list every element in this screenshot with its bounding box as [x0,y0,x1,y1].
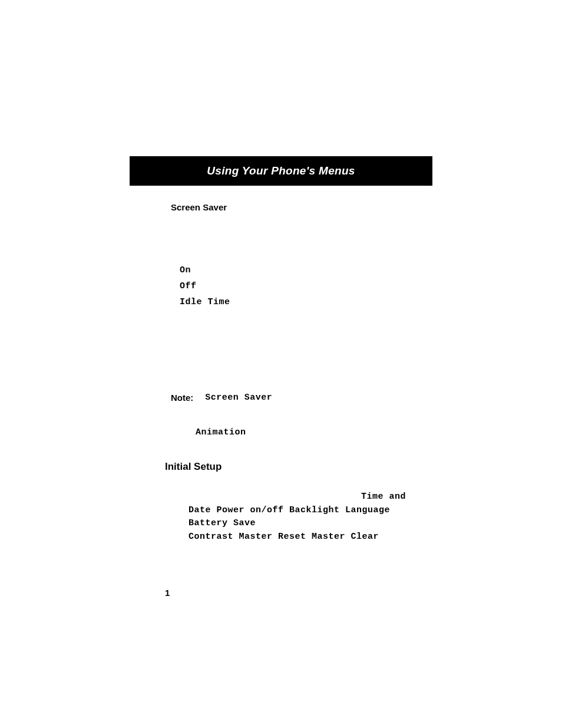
animation-line: Animation [171,426,429,437]
animation-text: Animation [196,427,246,437]
setup-line-1: Time and [189,490,429,504]
heading-screen-saver: Screen Saver [171,202,429,212]
option-idle-time: Idle Time [180,294,429,310]
setup-block: Time and Date Power on/off Backlight Lan… [171,490,429,543]
note-row: Note: Screen Saver [171,393,429,403]
heading-initial-setup: Initial Setup [165,461,429,473]
option-on: On [180,262,429,278]
note-value: Screen Saver [205,393,272,403]
setup-line-2: Date Power on/off Backlight Language Bat… [189,504,429,531]
page-number: 1 [165,588,429,598]
note-label: Note: [171,393,193,403]
chapter-title: Using Your Phone's Menus [130,156,432,186]
setup-line-3: Contrast Master Reset Master Clear [189,531,429,544]
options-list: On Off Idle Time [171,262,429,310]
option-off: Off [180,278,429,294]
